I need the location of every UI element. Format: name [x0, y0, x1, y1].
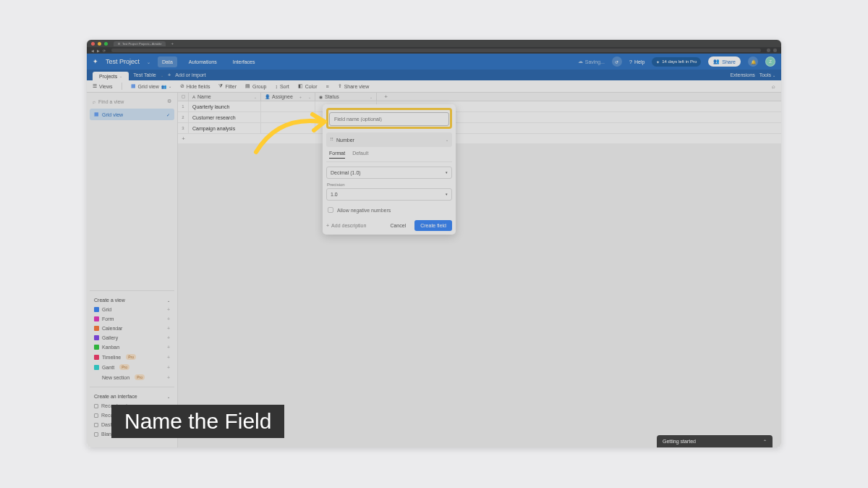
column-header-name[interactable]: AName⌄: [189, 93, 261, 101]
gallery-icon: [94, 335, 99, 340]
view-type-gantt[interactable]: GanttPro+: [91, 362, 173, 372]
cell-assignee[interactable]: [261, 112, 315, 122]
add-column-button[interactable]: +: [377, 93, 395, 101]
tools-link[interactable]: Tools⌄: [760, 72, 775, 77]
view-type-gallery[interactable]: Gallery+: [91, 333, 173, 342]
check-icon: ✓: [166, 112, 170, 117]
help-link[interactable]: ?Help: [629, 59, 644, 64]
project-title[interactable]: Test Project: [106, 58, 140, 65]
create-interface-header[interactable]: Create an interface⌄: [91, 392, 173, 401]
app-header: ✦ Test Project ⌄ Data Automations Interf…: [87, 54, 781, 70]
view-type-form[interactable]: Form+: [91, 314, 173, 324]
grid-view-selector[interactable]: ▦Grid view👥⌄: [131, 83, 171, 89]
chevron-down-icon[interactable]: ⌄: [254, 95, 257, 99]
field-name-input[interactable]: [329, 112, 449, 126]
chevron-down-icon: ⌄: [167, 395, 170, 399]
field-name-highlight: [326, 108, 452, 129]
plus-icon: +: [167, 365, 170, 370]
view-type-section[interactable]: New sectionPro+: [91, 372, 173, 382]
extensions-link[interactable]: Extensions: [730, 72, 754, 77]
add-import-link[interactable]: Add or import: [175, 72, 205, 77]
tab-format[interactable]: Format: [329, 151, 345, 159]
tab-automations[interactable]: Automations: [184, 56, 221, 67]
pro-badge: Pro: [119, 364, 129, 370]
chevron-down-icon[interactable]: ⌄: [161, 73, 163, 77]
trial-badge[interactable]: ✦14 days left in Pro: [652, 57, 701, 67]
create-view-header[interactable]: Create a view⌄: [91, 295, 173, 305]
create-field-button[interactable]: Create field: [414, 220, 452, 231]
cell-assignee[interactable]: [261, 101, 315, 112]
share-button[interactable]: 👥Share: [708, 56, 741, 67]
filter-button[interactable]: ⧩Filter: [218, 83, 237, 89]
add-row-button[interactable]: +: [178, 134, 189, 143]
window-zoom-icon[interactable]: [104, 42, 108, 46]
precision-select[interactable]: 1.0▾: [326, 188, 452, 201]
gear-icon[interactable]: ⚙: [167, 98, 171, 104]
column-header-status[interactable]: ◉Status⌄: [315, 93, 377, 101]
view-type-kanban[interactable]: Kanban+: [91, 342, 173, 352]
add-table-button[interactable]: +: [168, 72, 171, 78]
tab-default[interactable]: Default: [352, 151, 368, 159]
window-close-icon[interactable]: [91, 42, 95, 46]
table-row[interactable]: 1 Quarterly launch: [178, 101, 781, 112]
select-all-checkbox[interactable]: [178, 93, 189, 101]
column-header-assignee[interactable]: 👤Assignee+⌄: [261, 93, 315, 101]
extension-icon[interactable]: [773, 49, 777, 52]
chevron-down-icon: ▾: [446, 170, 448, 175]
reload-icon[interactable]: ⟳: [103, 49, 106, 53]
view-type-timeline[interactable]: TimelinePro+: [91, 352, 173, 362]
add-row[interactable]: +: [178, 134, 781, 143]
views-toggle[interactable]: ☰Views: [93, 83, 113, 89]
chevron-down-icon[interactable]: ⌄: [370, 95, 373, 99]
sidebar-view-grid[interactable]: ▦ Grid view ✓: [90, 109, 174, 120]
find-view-input[interactable]: ⌕ Find a view ⚙: [90, 97, 174, 106]
chevron-down-icon: ⌄: [446, 138, 448, 142]
cell-name[interactable]: Quarterly launch: [189, 101, 261, 112]
view-type-grid[interactable]: Grid+: [91, 305, 173, 314]
history-icon[interactable]: ↺: [612, 56, 622, 67]
view-type-calendar[interactable]: Calendar+: [91, 324, 173, 333]
search-icon[interactable]: ⌕: [772, 83, 775, 90]
url-bar[interactable]: [111, 49, 761, 52]
forward-icon[interactable]: ▶: [97, 49, 100, 53]
airtable-logo-icon[interactable]: ✦: [93, 58, 98, 65]
cell-name[interactable]: Customer research: [189, 112, 261, 122]
table-tab-projects[interactable]: Projects⌄: [93, 72, 129, 80]
new-tab-button[interactable]: +: [169, 41, 176, 46]
format-select[interactable]: Decimal (1.0)▾: [326, 167, 452, 179]
sparkle-icon: ✦: [656, 59, 660, 64]
hide-fields-button[interactable]: ⊘Hide fields: [180, 83, 210, 89]
table-row[interactable]: 2 Customer research: [178, 112, 781, 123]
tab-data[interactable]: Data: [158, 56, 177, 67]
chevron-down-icon: ⌄: [169, 84, 171, 88]
select-icon: ◉: [319, 94, 323, 99]
chevron-down-icon[interactable]: ⌄: [147, 59, 150, 64]
allow-negative-checkbox[interactable]: Allow negative numbers: [326, 204, 452, 217]
group-button[interactable]: ▤Group: [245, 83, 266, 89]
avatar[interactable]: Z: [765, 56, 775, 67]
back-icon[interactable]: ◀: [91, 49, 94, 53]
table-tab-test[interactable]: Test Table: [133, 72, 156, 77]
tab-interfaces[interactable]: Interfaces: [229, 56, 260, 67]
cell-name[interactable]: Campaign analysis: [189, 123, 261, 133]
add-description-button[interactable]: +Add description: [326, 223, 366, 228]
getting-started-panel[interactable]: Getting started ⌃: [657, 435, 773, 447]
cell-assignee[interactable]: [261, 123, 315, 133]
row-height-button[interactable]: ≡: [326, 84, 329, 89]
window-minimize-icon[interactable]: [98, 42, 101, 46]
grid-header-row: AName⌄ 👤Assignee+⌄ ◉Status⌄ +: [178, 93, 781, 101]
field-type-selector[interactable]: ⠿ Number ⌄: [326, 132, 452, 147]
notifications-icon[interactable]: 🔔: [748, 56, 758, 67]
chevron-down-icon[interactable]: ⌄: [308, 95, 311, 99]
table-row[interactable]: 3 Campaign analysis: [178, 123, 781, 134]
cancel-button[interactable]: Cancel: [386, 220, 410, 231]
sort-button[interactable]: ↕Sort: [275, 84, 289, 89]
calendar-icon: [94, 326, 99, 331]
plus-icon[interactable]: +: [299, 95, 302, 99]
browser-tab[interactable]: Test Project: Projects - Airtable: [114, 41, 166, 46]
color-button[interactable]: ◧Color: [298, 83, 318, 89]
share-view-button[interactable]: ⇪Share view: [338, 83, 370, 89]
extension-icon[interactable]: [767, 49, 770, 52]
form-icon: [94, 316, 99, 321]
search-icon: ⌕: [93, 99, 95, 104]
